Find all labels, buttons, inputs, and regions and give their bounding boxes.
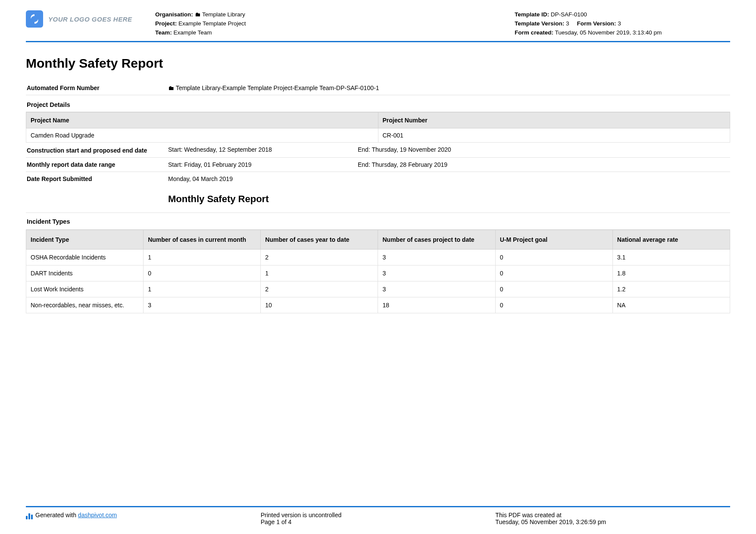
cell-ytd: 2 [261,249,378,265]
col-national: National average rate [612,230,730,249]
cell-ptd: 18 [378,297,495,313]
col-goal: U-M Project goal [495,230,612,249]
document-header: YOUR LOGO GOES HERE Organisation: 🖿 Temp… [26,10,730,42]
col-incident-type: Incident Type [26,230,144,249]
project-details-table: Project Name Project Number Camden Road … [26,112,730,143]
cell-type: OSHA Recordable Incidents [26,249,144,265]
project-label: Project: [155,20,177,27]
created-at-label: This PDF was created at [495,512,730,518]
range-label: Monthly report data date range [26,161,168,168]
cell-current: 0 [144,265,261,281]
cell-current: 1 [144,281,261,297]
cell-ytd: 2 [261,281,378,297]
page-title: Monthly Safety Report [26,56,730,71]
logo-block: YOUR LOGO GOES HERE [26,10,155,28]
table-row: Camden Road Upgrade CR-001 [26,128,730,142]
form-version-value: 3 [618,20,621,27]
generated-prefix: Generated with [35,512,78,518]
header-meta-left: Organisation: 🖿 Template Library Project… [155,10,515,37]
logo-icon [26,10,43,28]
submitted-row: Date Report Submitted Monday, 04 March 2… [26,172,730,186]
cell-goal: 0 [495,265,612,281]
cell-goal: 0 [495,281,612,297]
construction-label: Construction start and proposed end date [26,146,168,154]
table-row: Non-recordables, near misses, etc.310180… [26,297,730,313]
org-value: 🖿 Template Library [195,11,245,18]
dashpivot-link[interactable]: dashpivot.com [78,512,117,518]
footer-center: Printed version is uncontrolled Page 1 o… [261,512,496,525]
cell-national: NA [612,297,730,313]
section-title: Monthly Safety Report [26,186,730,213]
submitted-value: Monday, 04 March 2019 [168,175,730,182]
construction-dates-row: Construction start and proposed end date… [26,143,730,158]
form-created-value: Tuesday, 05 November 2019, 3:13:40 pm [555,29,662,36]
afn-row: Automated Form Number 🖿 Template Library… [26,81,730,95]
cell-type: Lost Work Incidents [26,281,144,297]
cell-national: 1.2 [612,281,730,297]
col-project-name: Project Name [26,112,378,128]
team-value: Example Team [174,29,212,36]
template-id-label: Template ID: [515,11,549,18]
form-version-label: Form Version: [577,20,616,27]
printed-notice: Printed version is uncontrolled [261,512,496,518]
footer-left: Generated with dashpivot.com [26,512,261,525]
col-ptd: Number of cases project to date [378,230,495,249]
cell-national: 3.1 [612,249,730,265]
afn-label: Automated Form Number [26,84,168,91]
construction-start: Start: Wednesday, 12 September 2018 [168,146,358,154]
cell-ytd: 1 [261,265,378,281]
created-at-value: Tuesday, 05 November 2019, 3:26:59 pm [495,518,730,525]
cell-current: 1 [144,249,261,265]
incidents-table: Incident Type Number of cases in current… [26,230,730,313]
col-current-month: Number of cases in current month [144,230,261,249]
table-row: DART Incidents01301.8 [26,265,730,281]
project-name-value: Camden Road Upgrade [26,128,378,142]
form-created-label: Form created: [515,29,553,36]
template-id-value: DP-SAF-0100 [551,11,587,18]
afn-value: 🖿 Template Library-Example Template Proj… [168,84,730,91]
cell-goal: 0 [495,297,612,313]
logo-placeholder-text: YOUR LOGO GOES HERE [48,16,132,23]
template-version-label: Template Version: [515,20,564,27]
range-dates-row: Monthly report data date range Start: Fr… [26,158,730,172]
org-label: Organisation: [155,11,193,18]
page-number: Page 1 of 4 [261,518,496,525]
cell-ptd: 3 [378,265,495,281]
range-end: End: Thursday, 28 February 2019 [358,161,730,168]
incident-types-header: Incident Types [26,213,730,230]
project-details-header: Project Details [26,97,730,112]
cell-type: DART Incidents [26,265,144,281]
col-project-number: Project Number [378,112,730,128]
project-number-value: CR-001 [378,128,730,142]
team-label: Team: [155,29,172,36]
construction-end: End: Thursday, 19 November 2020 [358,146,730,154]
cell-type: Non-recordables, near misses, etc. [26,297,144,313]
template-version-value: 3 [566,20,569,27]
cell-ytd: 10 [261,297,378,313]
cell-ptd: 3 [378,281,495,297]
bar-chart-icon [26,512,33,519]
document-footer: Generated with dashpivot.com Printed ver… [26,506,730,525]
footer-right: This PDF was created at Tuesday, 05 Nove… [495,512,730,525]
cell-current: 3 [144,297,261,313]
col-ytd: Number of cases year to date [261,230,378,249]
cell-goal: 0 [495,249,612,265]
project-value: Example Template Project [178,20,246,27]
submitted-label: Date Report Submitted [26,175,168,182]
range-start: Start: Friday, 01 February 2019 [168,161,358,168]
table-row: Lost Work Incidents12301.2 [26,281,730,297]
header-meta-right: Template ID: DP-SAF-0100 Template Versio… [515,10,730,37]
cell-national: 1.8 [612,265,730,281]
cell-ptd: 3 [378,249,495,265]
table-row: OSHA Recordable Incidents12303.1 [26,249,730,265]
swirl-icon [29,13,40,25]
